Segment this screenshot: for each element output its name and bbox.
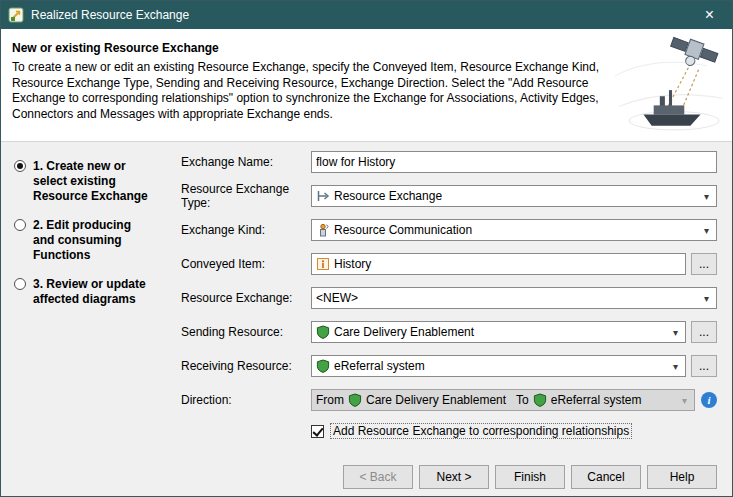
conveyed-item-input[interactable]: History [311,253,686,275]
dropdown-arrow-icon[interactable]: ▾ [668,361,683,372]
help-button[interactable]: Help [647,465,717,489]
step-2-edit-functions[interactable]: 2. Edit producing and consuming Function… [14,218,163,263]
info-icon[interactable]: i [701,392,717,408]
add-to-relationships-label[interactable]: Add Resource Exchange to corresponding r… [330,423,632,439]
step-2-label: 2. Edit producing and consuming Function… [33,218,151,263]
conveyed-item-label: Conveyed Item: [181,257,311,271]
resource-shield-icon [348,393,362,407]
cancel-button[interactable]: Cancel [571,465,641,489]
conveyed-item-browse-button[interactable]: ... [691,253,717,275]
dropdown-arrow-icon[interactable]: ▾ [699,225,714,236]
direction-label: Direction: [181,393,311,407]
dropdown-arrow-icon[interactable]: ▾ [699,191,714,202]
sending-resource-browse-button[interactable]: ... [691,321,717,343]
resource-shield-icon [316,359,330,373]
dropdown-arrow-icon[interactable]: ▾ [699,293,714,304]
sending-resource-label: Sending Resource: [181,325,311,339]
field-resource-exchange-type: Resource Exchange Type: Resource Exchang… [181,185,717,207]
step-1-radio-icon[interactable] [14,160,26,172]
dialog-icon [8,7,24,23]
exchange-kind-combo[interactable]: Resource Communication ▾ [311,219,717,241]
finish-button[interactable]: Finish [495,465,565,489]
conveyed-item-value: History [334,257,683,271]
dialog-body: 1. Create new or select existing Resourc… [1,142,732,497]
button-bar: < Back Next > Finish Cancel Help [343,465,717,489]
add-to-relationships-checkbox[interactable] [311,425,324,438]
step-3-radio-icon[interactable] [14,278,26,290]
information-item-icon [316,257,330,271]
dropdown-arrow-icon: ▾ [677,395,692,406]
close-button[interactable]: × [687,1,732,29]
receiving-resource-label: Receiving Resource: [181,359,311,373]
resource-exchange-type-label: Resource Exchange Type: [181,182,311,210]
receiving-resource-combo[interactable]: eReferral system ▾ [311,355,686,377]
direction-combo: From Care Delivery Enablement To eReferr… [311,389,695,411]
exchange-form: Exchange Name: flow for History Resource… [171,142,732,497]
field-exchange-name: Exchange Name: flow for History [181,151,717,173]
wizard-steps: 1. Create new or select existing Resourc… [1,142,171,497]
add-to-relationships-option[interactable]: Add Resource Exchange to corresponding r… [311,423,717,439]
realized-resource-exchange-dialog: Realized Resource Exchange × New or exis… [0,0,733,497]
resource-exchange-type-combo[interactable]: Resource Exchange ▾ [311,185,717,207]
sending-resource-combo[interactable]: Care Delivery Enablement ▾ [311,321,686,343]
exchange-name-label: Exchange Name: [181,155,311,169]
step-1-label: 1. Create new or select existing Resourc… [33,159,151,204]
back-button: < Back [343,465,413,489]
resource-exchange-label: Resource Exchange: [181,291,311,305]
resource-shield-icon [316,325,330,339]
resource-shield-icon [533,393,547,407]
field-exchange-kind: Exchange Kind: Resource Communication ▾ [181,219,717,241]
receiving-resource-value: eReferral system [334,359,664,373]
exchange-kind-value: Resource Communication [334,223,695,237]
field-resource-exchange: Resource Exchange: <NEW> ▾ [181,287,717,309]
sending-resource-value: Care Delivery Enablement [334,325,664,339]
satellite-ship-graphic [612,31,728,137]
step-1-create-new[interactable]: 1. Create new or select existing Resourc… [14,159,163,204]
resource-exchange-value: <NEW> [316,291,695,305]
field-receiving-resource: Receiving Resource: eReferral system ▾ .… [181,355,717,377]
direction-to-label: To [516,393,529,407]
receiving-resource-browse-button[interactable]: ... [691,355,717,377]
field-conveyed-item: Conveyed Item: History ... [181,253,717,275]
step-3-review-diagrams[interactable]: 3. Review or update affected diagrams [14,277,163,307]
field-sending-resource: Sending Resource: Care Delivery Enableme… [181,321,717,343]
direction-to-value: eReferral system [551,393,673,407]
next-button[interactable]: Next > [419,465,489,489]
field-direction: Direction: From Care Delivery Enablement… [181,389,717,411]
title-bar[interactable]: Realized Resource Exchange × [1,1,732,29]
resource-exchange-icon [316,189,330,203]
resource-exchange-combo[interactable]: <NEW> ▾ [311,287,717,309]
header: New or existing Resource Exchange To cre… [1,29,732,142]
direction-from-value: Care Delivery Enablement [366,393,506,407]
step-3-label: 3. Review or update affected diagrams [33,277,151,307]
dropdown-arrow-icon[interactable]: ▾ [668,327,683,338]
resource-exchange-type-value: Resource Exchange [334,189,695,203]
exchange-name-input[interactable]: flow for History [311,151,717,173]
window-title: Realized Resource Exchange [31,8,189,22]
exchange-name-value: flow for History [316,155,714,169]
step-2-radio-icon[interactable] [14,219,26,231]
direction-from-label: From [316,393,344,407]
exchange-kind-label: Exchange Kind: [181,223,311,237]
resource-communication-icon [316,223,330,237]
